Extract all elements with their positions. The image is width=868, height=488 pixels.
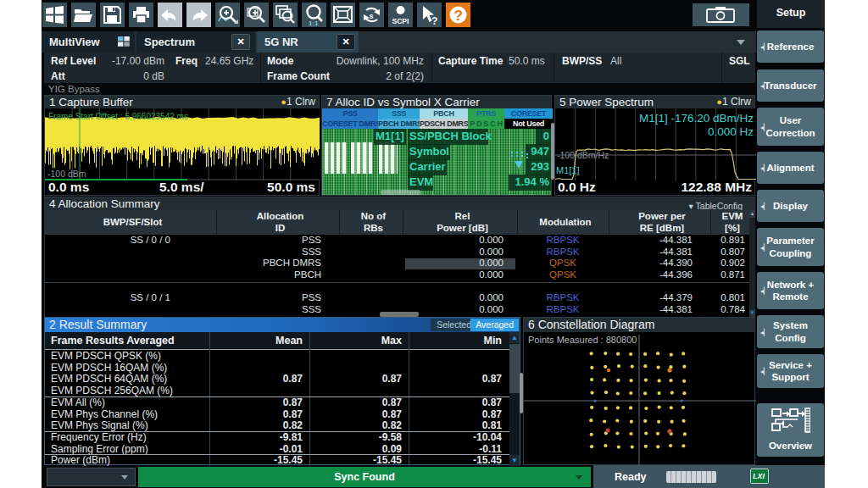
svg-text:-100 dBm: -100 dBm [47,169,86,179]
svg-text:1:1: 1:1 [309,19,319,27]
svg-text:M1[1]: M1[1] [556,165,580,175]
svg-text:SCPI: SCPI [392,17,409,25]
svg-text:Frame Start Offset : 5.9660235: Frame Start Offset : 5.966023542 ms [48,112,188,121]
svg-text:?: ? [431,15,437,27]
svg-text:s: s [370,12,374,20]
svg-text:?: ? [454,8,463,24]
svg-text:-100 dBm/Hz: -100 dBm/Hz [557,150,609,160]
